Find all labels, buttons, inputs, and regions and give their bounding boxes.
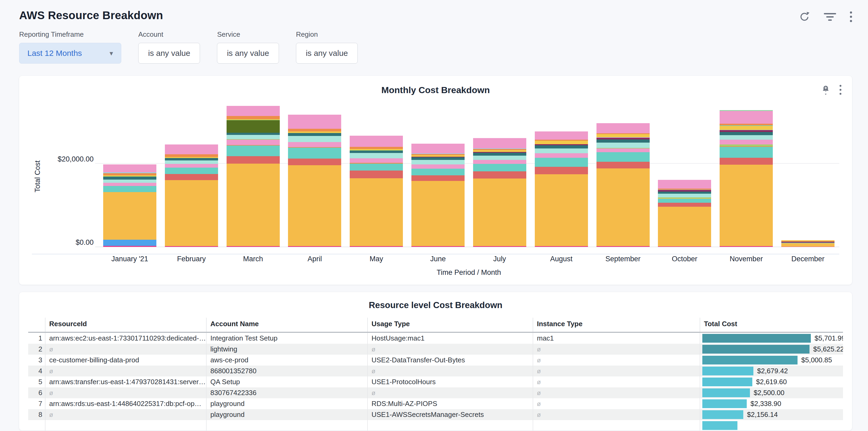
bar-segment[interactable] — [535, 145, 588, 149]
region-filter-button[interactable]: is any value — [296, 43, 358, 64]
bar-segment[interactable] — [350, 136, 403, 147]
bar-segment[interactable] — [165, 246, 218, 247]
bar-segment[interactable] — [350, 246, 403, 247]
bar-segment[interactable] — [473, 179, 526, 246]
bar-segment[interactable] — [658, 194, 711, 197]
bar-segment[interactable] — [103, 186, 156, 192]
bar-segment[interactable] — [350, 164, 403, 171]
bar-segment[interactable] — [658, 199, 711, 203]
bar-segment[interactable] — [535, 149, 588, 153]
bar-segment[interactable] — [535, 246, 588, 247]
bar-segment[interactable] — [165, 180, 218, 246]
bar-segment[interactable] — [226, 140, 280, 145]
bar-segment[interactable] — [226, 120, 280, 133]
stacked-bar-december[interactable] — [781, 240, 835, 247]
bar-segment[interactable] — [535, 153, 588, 158]
bar-segment[interactable] — [350, 153, 403, 158]
bar-segment[interactable] — [288, 136, 341, 142]
column-header-usage-type[interactable]: Usage Type — [368, 318, 533, 332]
account-filter-button[interactable]: is any value — [138, 43, 200, 64]
bar-segment[interactable] — [288, 148, 341, 159]
bar-segment[interactable] — [596, 152, 650, 162]
bar-segment[interactable] — [103, 164, 156, 173]
bar-segment[interactable] — [720, 145, 773, 147]
bar-segment[interactable] — [350, 158, 403, 163]
bar-segment[interactable] — [411, 157, 465, 160]
bar-segment[interactable] — [411, 246, 465, 247]
bar-segment[interactable] — [350, 178, 403, 246]
bar-segment[interactable] — [411, 144, 465, 154]
column-header-instance-type[interactable]: Instance Type — [533, 318, 700, 332]
bar-segment[interactable] — [103, 240, 156, 246]
stacked-bar-january-21[interactable] — [103, 164, 156, 247]
service-filter-button[interactable]: is any value — [217, 43, 279, 64]
bar-segment[interactable] — [473, 150, 526, 152]
reporting-timeframe-dropdown[interactable]: Last 12 Months ▾ — [19, 43, 121, 64]
bar-segment[interactable] — [596, 140, 650, 143]
bar-segment[interactable] — [165, 154, 218, 157]
bar-segment[interactable] — [473, 138, 526, 149]
bar-segment[interactable] — [720, 140, 773, 144]
bar-segment[interactable] — [350, 171, 403, 178]
stacked-bar-november[interactable] — [720, 110, 773, 247]
bar-segment[interactable] — [596, 168, 650, 246]
bar-segment[interactable] — [226, 135, 280, 139]
stacked-bar-may[interactable] — [350, 136, 403, 247]
bar-segment[interactable] — [226, 246, 280, 247]
bar-segment[interactable] — [165, 145, 218, 155]
bar-segment[interactable] — [596, 246, 650, 247]
bar-segment[interactable] — [288, 246, 341, 247]
refresh-button[interactable] — [799, 11, 810, 22]
bar-segment[interactable] — [165, 174, 218, 180]
bar-segment[interactable] — [473, 164, 526, 171]
bar-segment[interactable] — [165, 158, 218, 160]
bar-segment[interactable] — [226, 146, 280, 156]
column-header-resourceid[interactable]: ResourceId — [45, 318, 206, 332]
bar-segment[interactable] — [288, 129, 341, 131]
bar-segment[interactable] — [165, 167, 218, 174]
bar-segment[interactable] — [658, 207, 711, 246]
bar-segment[interactable] — [473, 171, 526, 179]
bar-segment[interactable] — [411, 160, 465, 164]
bar-segment[interactable] — [411, 164, 465, 169]
bar-segment[interactable] — [658, 203, 711, 207]
bar-segment[interactable] — [720, 126, 773, 130]
bar-segment[interactable] — [720, 132, 773, 135]
bar-segment[interactable] — [596, 123, 650, 133]
stacked-bar-april[interactable] — [288, 115, 341, 247]
bar-segment[interactable] — [288, 133, 341, 136]
bar-segment[interactable] — [658, 191, 711, 194]
bar-segment[interactable] — [165, 160, 218, 164]
bar-segment[interactable] — [781, 243, 835, 247]
bar-segment[interactable] — [411, 169, 465, 175]
bar-segment[interactable] — [103, 177, 156, 180]
bar-segment[interactable] — [103, 192, 156, 240]
bar-segment[interactable] — [596, 134, 650, 137]
bar-segment[interactable] — [103, 246, 156, 247]
bar-segment[interactable] — [720, 158, 773, 165]
bar-segment[interactable] — [288, 142, 341, 147]
stacked-bar-february[interactable] — [165, 145, 218, 247]
bar-segment[interactable] — [720, 111, 773, 124]
bar-segment[interactable] — [720, 147, 773, 158]
bar-segment[interactable] — [720, 165, 773, 246]
alert-bell-button[interactable] — [821, 85, 831, 95]
bar-segment[interactable] — [720, 135, 773, 140]
stacked-bar-july[interactable] — [473, 138, 526, 247]
column-header-total-cost[interactable]: Total Cost — [700, 318, 843, 332]
bar-segment[interactable] — [226, 164, 280, 246]
bar-segment[interactable] — [535, 158, 588, 167]
bar-segment[interactable] — [350, 147, 403, 149]
bar-segment[interactable] — [103, 180, 156, 183]
bar-segment[interactable] — [720, 130, 773, 132]
stacked-bar-march[interactable] — [226, 106, 280, 247]
dashboard-more-options-button[interactable] — [850, 11, 852, 22]
bar-segment[interactable] — [226, 106, 280, 116]
bar-segment[interactable] — [165, 164, 218, 168]
bar-segment[interactable] — [350, 151, 403, 153]
bar-segment[interactable] — [658, 246, 711, 247]
column-header-account-name[interactable]: Account Name — [206, 318, 368, 332]
stacked-bar-september[interactable] — [596, 123, 650, 247]
bar-segment[interactable] — [596, 143, 650, 148]
stacked-bar-august[interactable] — [535, 131, 588, 247]
